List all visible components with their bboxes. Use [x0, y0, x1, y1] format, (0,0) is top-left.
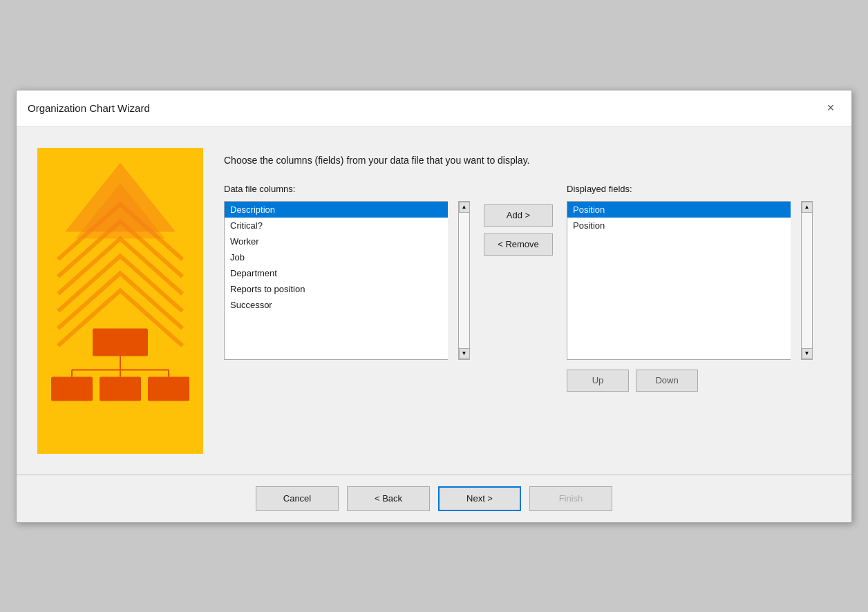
columns-section: Data file columns: Description Critical?… — [224, 184, 831, 454]
add-button[interactable]: Add > — [484, 204, 553, 227]
down-button[interactable]: Down — [636, 370, 698, 392]
list-item[interactable]: Description — [225, 202, 448, 218]
next-button[interactable]: Next > — [438, 486, 521, 511]
footer: Cancel < Back Next > Finish — [17, 475, 851, 522]
list-item[interactable]: Department — [225, 265, 448, 281]
right-panel: Choose the columns (fields) from your da… — [224, 148, 831, 454]
svg-rect-4 — [148, 376, 189, 401]
up-button[interactable]: Up — [567, 370, 629, 392]
dialog-title: Organization Chart Wizard — [28, 102, 150, 114]
up-down-buttons: Up Down — [567, 370, 813, 392]
displayed-fields-label: Displayed fields: — [567, 184, 813, 194]
svg-rect-2 — [51, 376, 93, 401]
scroll-track — [459, 213, 469, 348]
remove-button[interactable]: < Remove — [484, 233, 553, 256]
displayed-fields-container: Displayed fields: Position Position ▲ ▼ — [567, 184, 813, 392]
dialog: Organization Chart Wizard × — [16, 90, 852, 523]
scroll-down-arrow[interactable]: ▼ — [802, 348, 813, 359]
list-item[interactable]: Worker — [225, 233, 448, 249]
wizard-image — [37, 148, 203, 454]
data-columns-scrollbar[interactable]: ▲ ▼ — [458, 201, 470, 360]
data-columns-label: Data file columns: — [224, 184, 470, 194]
transfer-buttons: Add > < Remove — [470, 204, 567, 256]
list-item[interactable]: Successor — [225, 297, 448, 313]
list-item[interactable]: Job — [225, 249, 448, 265]
scroll-track — [802, 213, 812, 348]
finish-button: Finish — [529, 486, 612, 511]
svg-rect-1 — [93, 328, 148, 356]
content-area: Choose the columns (fields) from your da… — [17, 127, 851, 468]
displayed-fields-scrollbar[interactable]: ▲ ▼ — [801, 201, 813, 360]
cancel-button[interactable]: Cancel — [256, 486, 339, 511]
data-columns-listbox[interactable]: Description Critical? Worker Job Departm… — [224, 201, 448, 360]
displayed-fields-listbox[interactable]: Position Position — [567, 201, 791, 360]
displayed-fields-list: Position Position — [567, 202, 791, 233]
data-columns-list: Description Critical? Worker Job Departm… — [225, 202, 448, 313]
svg-rect-3 — [100, 376, 141, 401]
title-bar: Organization Chart Wizard × — [17, 90, 851, 127]
scroll-up-arrow[interactable]: ▲ — [459, 202, 470, 213]
list-item[interactable]: Critical? — [225, 218, 448, 233]
scroll-up-arrow[interactable]: ▲ — [802, 202, 813, 213]
list-item[interactable]: Position — [567, 202, 791, 218]
back-button[interactable]: < Back — [347, 486, 430, 511]
close-button[interactable]: × — [821, 99, 840, 118]
instruction-text: Choose the columns (fields) from your da… — [224, 155, 831, 166]
data-columns-container: Data file columns: Description Critical?… — [224, 184, 470, 360]
scroll-down-arrow[interactable]: ▼ — [459, 348, 470, 359]
list-item[interactable]: Reports to position — [225, 281, 448, 297]
list-item[interactable]: Position — [567, 218, 791, 233]
